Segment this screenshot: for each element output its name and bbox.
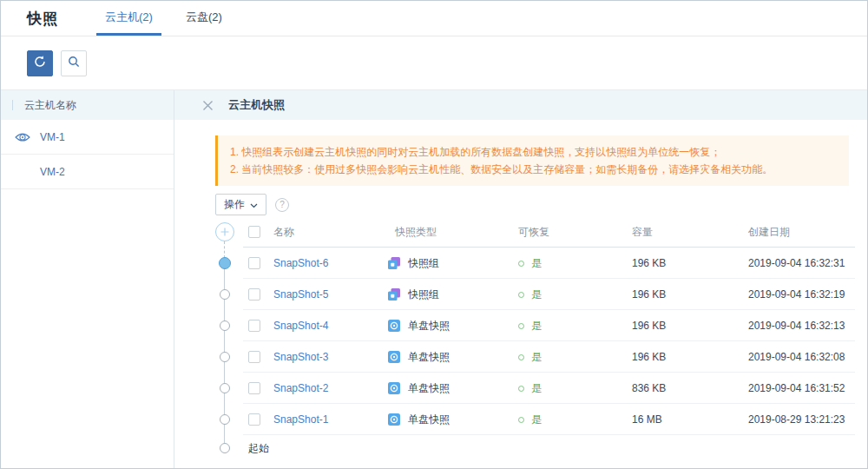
sidebar-item-vm-1-label: VM-1 xyxy=(40,131,65,143)
chevron-down-icon xyxy=(250,199,258,211)
timeline-node xyxy=(220,383,230,393)
snapshot-name-link[interactable]: SnapShot-4 xyxy=(273,320,382,332)
panel-title: 云主机快照 xyxy=(228,97,285,113)
recoverable-dot-icon xyxy=(518,323,524,329)
snapshot-type-label: 单盘快照 xyxy=(408,381,450,396)
notice-line-1: 1. 快照组表示创建云主机快照的同时对云主机加载的所有数据盘创建快照，支持以快照… xyxy=(230,143,837,161)
recoverable-value: 是 xyxy=(531,381,542,396)
table-row: SnapShot-2 单盘快照 是 836 KB 2019-09-04 16:3… xyxy=(208,373,855,404)
single-disk-snapshot-icon xyxy=(387,319,401,333)
refresh-icon xyxy=(33,55,47,72)
created-date-value: 2019-09-04 16:32:19 xyxy=(735,288,855,301)
recoverable-value: 是 xyxy=(531,256,542,271)
table-header: 名称 快照类型 可恢复 容量 创建日期 xyxy=(208,216,855,248)
tab-vm-instances[interactable]: 云主机(2) xyxy=(96,1,161,36)
single-disk-snapshot-icon xyxy=(387,350,401,364)
toolbar xyxy=(1,36,867,90)
column-header-type: 快照类型 xyxy=(382,225,505,240)
row-checkbox[interactable] xyxy=(248,288,260,301)
create-snapshot-button[interactable] xyxy=(215,222,234,241)
created-date-value: 2019-09-04 16:32:08 xyxy=(735,351,855,363)
actions-dropdown-label: 操作 xyxy=(224,197,245,212)
table-row: SnapShot-1 单盘快照 是 16 MB 2019-08-29 13:21… xyxy=(208,404,855,435)
timeline-node-current xyxy=(219,257,231,269)
capacity-value: 16 MB xyxy=(619,413,735,426)
table-row: SnapShot-5 快照组 是 196 KB 2019-09-04 16:32… xyxy=(208,279,855,310)
actions-dropdown-button[interactable]: 操作 xyxy=(215,194,266,215)
snapshot-group-icon xyxy=(387,287,401,301)
recoverable-value: 是 xyxy=(531,413,542,427)
timeline-node xyxy=(220,320,230,331)
notice-box: 1. 快照组表示创建云主机快照的同时对云主机加载的所有数据盘创建快照，支持以快照… xyxy=(215,135,849,186)
capacity-value: 836 KB xyxy=(619,382,735,394)
capacity-value: 196 KB xyxy=(619,320,735,332)
created-date-value: 2019-08-29 13:21:23 xyxy=(735,413,855,426)
search-button[interactable] xyxy=(61,50,87,76)
sidebar-header-label: 云主机名称 xyxy=(24,98,76,113)
sidebar-item-vm-1[interactable]: VM-1 xyxy=(1,120,174,155)
timeline-node xyxy=(220,414,230,425)
row-checkbox[interactable] xyxy=(248,382,260,394)
timeline-node xyxy=(220,443,230,453)
created-date-value: 2019-09-04 16:31:52 xyxy=(735,382,855,394)
tab-volumes-label: 云盘(2) xyxy=(186,10,222,25)
snapshot-type-label: 快照组 xyxy=(408,287,439,302)
top-header: 快照 云主机(2) 云盘(2) xyxy=(1,1,867,36)
timeline-node xyxy=(220,289,230,300)
timeline-node xyxy=(220,352,230,362)
recoverable-value: 是 xyxy=(531,319,542,334)
snapshot-window: 快照 云主机(2) 云盘(2) 云主机名称 xyxy=(0,0,868,469)
sidebar-header-divider xyxy=(12,100,13,110)
notice-line-2: 2. 当前快照较多：使用过多快照会影响云主机性能、数据安全以及主存储容量；如需长… xyxy=(230,161,837,178)
row-checkbox[interactable] xyxy=(248,320,260,332)
snapshot-type-label: 单盘快照 xyxy=(408,319,450,334)
table-row: SnapShot-6 快照组 是 196 KB 2019-09-04 16:32… xyxy=(208,248,855,279)
origin-label: 起始 xyxy=(248,441,269,456)
recoverable-dot-icon xyxy=(518,261,524,267)
recoverable-dot-icon xyxy=(518,417,524,423)
snapshot-panel: 云主机快照 1. 快照组表示创建云主机快照的同时对云主机加载的所有数据盘创建快照… xyxy=(174,90,867,469)
vm-sidebar: 云主机名称 VM-1 VM-2 xyxy=(1,90,174,469)
snapshot-type-label: 单盘快照 xyxy=(408,350,450,365)
column-header-capacity: 容量 xyxy=(619,225,735,240)
tab-volumes[interactable]: 云盘(2) xyxy=(177,1,231,36)
snapshot-table: 名称 快照类型 可恢复 容量 创建日期 SnapShot-6 xyxy=(208,216,855,461)
recoverable-dot-icon xyxy=(518,354,524,360)
snapshot-type-label: 单盘快照 xyxy=(408,413,450,427)
row-checkbox[interactable] xyxy=(248,351,260,363)
capacity-value: 196 KB xyxy=(619,257,735,269)
recoverable-dot-icon xyxy=(518,292,524,298)
snapshot-name-link[interactable]: SnapShot-1 xyxy=(273,413,382,426)
panel-header: 云主机快照 xyxy=(174,90,867,120)
snapshot-name-link[interactable]: SnapShot-5 xyxy=(273,288,382,301)
close-icon[interactable] xyxy=(201,99,214,111)
snapshot-group-icon xyxy=(387,256,401,270)
snapshot-name-link[interactable]: SnapShot-6 xyxy=(273,257,382,269)
help-icon[interactable]: ? xyxy=(275,198,289,212)
single-disk-snapshot-icon xyxy=(387,413,401,426)
watching-eye-icon xyxy=(15,131,30,146)
tab-bar: 云主机(2) 云盘(2) xyxy=(96,1,247,36)
recoverable-value: 是 xyxy=(531,287,542,302)
table-row: SnapShot-3 单盘快照 是 196 KB 2019-09-04 16:3… xyxy=(208,341,855,373)
snapshot-type-label: 快照组 xyxy=(408,256,439,271)
single-disk-snapshot-icon xyxy=(387,381,401,395)
tab-vm-instances-label: 云主机(2) xyxy=(105,10,153,25)
column-header-name: 名称 xyxy=(273,225,382,240)
help-icon-glyph: ? xyxy=(279,200,285,209)
refresh-button[interactable] xyxy=(27,50,53,76)
sidebar-header: 云主机名称 xyxy=(1,90,174,120)
timeline-origin-row: 起始 xyxy=(208,435,855,461)
created-date-value: 2019-09-04 16:32:13 xyxy=(735,320,855,332)
row-checkbox[interactable] xyxy=(248,413,260,426)
select-all-checkbox[interactable] xyxy=(248,226,260,238)
snapshot-name-link[interactable]: SnapShot-3 xyxy=(273,351,382,363)
recoverable-value: 是 xyxy=(531,350,542,365)
snapshot-name-link[interactable]: SnapShot-2 xyxy=(273,382,382,394)
action-row: 操作 ? xyxy=(215,194,867,215)
content-area: 云主机名称 VM-1 VM-2 云主机快照 1. xyxy=(1,90,867,469)
column-header-created: 创建日期 xyxy=(735,225,855,240)
sidebar-item-vm-2[interactable]: VM-2 xyxy=(1,155,174,189)
row-checkbox[interactable] xyxy=(248,257,260,269)
panel-body: 1. 快照组表示创建云主机快照的同时对云主机加载的所有数据盘创建快照，支持以快照… xyxy=(174,120,867,469)
